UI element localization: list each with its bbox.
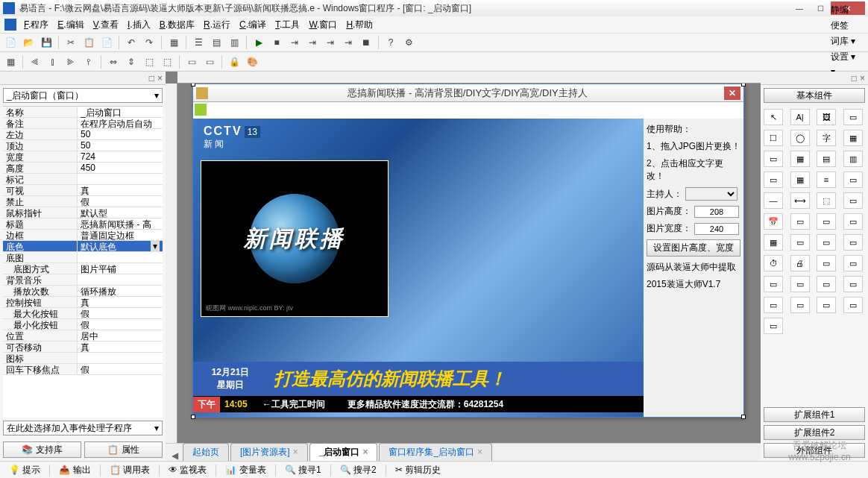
document-tab[interactable]: 起始页	[183, 443, 229, 461]
property-row[interactable]: 名称_启动窗口	[3, 107, 163, 118]
menu-item[interactable]: R.运行	[199, 18, 235, 31]
bottom-tab[interactable]: 📊 变量表	[221, 462, 270, 478]
size2-icon[interactable]: ⬚	[160, 54, 174, 69]
ext-component-button[interactable]: 扩展组件1	[764, 407, 865, 422]
component-item[interactable]: ▭	[764, 172, 783, 188]
object-combo[interactable]: _启动窗口（窗口）▾	[3, 88, 163, 103]
property-row[interactable]: 回车下移焦点假	[3, 364, 163, 375]
component-item[interactable]: ▭	[790, 276, 810, 292]
align-left-icon[interactable]: ⫷	[28, 54, 43, 69]
step3-icon[interactable]: ⇥	[323, 35, 338, 50]
tab-nav-prev[interactable]: ◀	[172, 450, 178, 461]
menu-right-item[interactable]: 设置 ▾	[825, 49, 864, 65]
property-row[interactable]: 标题恶搞新闻联播 - 高	[3, 218, 163, 230]
step-icon[interactable]: ⇥	[287, 35, 302, 50]
bottom-tab[interactable]: 🔍 搜寻2	[336, 462, 381, 478]
document-tab[interactable]: _启动窗口×	[309, 443, 378, 461]
document-tab[interactable]: [图片资源表]×	[230, 443, 308, 461]
component-item[interactable]: A|	[790, 109, 810, 125]
property-row[interactable]: 控制按钮真	[3, 297, 163, 308]
panel-pin-icon[interactable]: □	[852, 73, 857, 84]
size-icon[interactable]: ⬚	[142, 54, 157, 69]
align-center-icon[interactable]: ⫿	[45, 54, 60, 69]
background-image[interactable]: CCTV 13 新 闻 新闻联播 昵图网 www.nipic.com BY: j…	[193, 119, 644, 417]
cut-icon[interactable]: ✂	[63, 35, 78, 50]
component-item[interactable]: ⬚	[817, 192, 836, 209]
property-row[interactable]: 可否移动真	[3, 342, 163, 353]
menu-item[interactable]: C.编译	[235, 18, 271, 31]
layout1-icon[interactable]: ☰	[191, 35, 206, 50]
menu-item[interactable]: T.工具	[271, 18, 304, 31]
menu-item[interactable]: B.数据库	[155, 18, 199, 31]
step4-icon[interactable]: ⇥	[341, 35, 356, 50]
component-item[interactable]: ▭	[764, 276, 783, 292]
bottom-tab[interactable]: 🔍 搜寻1	[280, 462, 326, 478]
component-item[interactable]: ▭	[817, 255, 836, 271]
property-row[interactable]: 左边50	[3, 129, 163, 140]
menu-item[interactable]: V.查看	[89, 18, 123, 31]
bottom-tab[interactable]: 👁 监视表	[164, 462, 211, 478]
event-combo[interactable]: 在此处选择加入事件处理子程序▾	[3, 421, 163, 435]
run-icon[interactable]: ▶	[251, 35, 266, 50]
component-item[interactable]: ▭	[790, 234, 810, 251]
property-row[interactable]: 标记	[3, 174, 163, 185]
property-row[interactable]: 底图	[3, 252, 163, 263]
component-item[interactable]: ▭	[817, 297, 836, 313]
back-icon[interactable]: ▭	[202, 54, 217, 69]
component-item[interactable]: ▦	[764, 234, 783, 251]
color-icon[interactable]: 🎨	[245, 54, 260, 69]
grid-icon[interactable]: ▦	[3, 54, 18, 69]
img-width-input[interactable]	[694, 223, 739, 235]
property-row[interactable]: 高度450	[3, 163, 163, 174]
property-row[interactable]: 底图方式图片平铺	[3, 263, 163, 274]
property-row[interactable]: 禁止假	[3, 196, 163, 207]
component-item[interactable]: 📅	[764, 213, 783, 230]
property-row[interactable]: 播放次数循环播放	[3, 286, 163, 297]
component-item[interactable]: ▭	[817, 213, 836, 230]
help-icon[interactable]: ?	[383, 35, 398, 50]
menu-item[interactable]: H.帮助	[342, 18, 377, 31]
component-item[interactable]: ▭	[817, 234, 836, 251]
component-item[interactable]: 🖼	[817, 109, 836, 125]
tab-close-icon[interactable]: ×	[362, 447, 368, 457]
align-right-icon[interactable]: ⫸	[63, 54, 78, 69]
property-row[interactable]: 图标	[3, 353, 163, 364]
property-tab[interactable]: 📋 属性	[84, 441, 163, 458]
copy-icon[interactable]: 📋	[81, 35, 96, 50]
panel-pin-icon[interactable]: □	[149, 73, 154, 84]
menu-item[interactable]: I.插入	[123, 18, 155, 31]
component-item[interactable]: ▤	[817, 151, 836, 167]
component-item[interactable]: ▭	[817, 276, 836, 292]
panel-close-icon[interactable]: ×	[157, 73, 163, 84]
resize-handle[interactable]	[741, 415, 746, 419]
property-row[interactable]: 备注在程序启动后自动	[3, 118, 163, 129]
undo-icon[interactable]: ↶	[124, 35, 139, 50]
property-grid[interactable]: 名称_启动窗口备注在程序启动后自动左边50顶边50宽度724高度450标记可视真…	[3, 106, 163, 418]
menu-item[interactable]: F.程序	[19, 18, 53, 31]
front-icon[interactable]: ▭	[184, 54, 199, 69]
news-image-box[interactable]: 新闻联播 昵图网 www.nipic.com BY: jtv	[201, 160, 389, 317]
lock-icon[interactable]: 🔒	[227, 54, 242, 69]
set-size-button[interactable]: 设置图片高度、宽度	[647, 239, 740, 257]
component-item[interactable]: ≡	[817, 172, 836, 188]
property-row[interactable]: 背景音乐	[3, 274, 163, 286]
component-item[interactable]: ▦	[790, 151, 810, 167]
save-icon[interactable]: 💾	[39, 35, 54, 50]
pause-icon[interactable]: ■	[269, 35, 284, 50]
component-item[interactable]: ▭	[764, 297, 783, 313]
resize-handle[interactable]	[191, 415, 195, 419]
panel-close-icon[interactable]: ×	[860, 73, 865, 84]
paste-icon[interactable]: 📄	[99, 35, 114, 50]
ext-component-button[interactable]: 扩展组件2	[764, 425, 865, 440]
component-item[interactable]: ▭	[843, 297, 863, 313]
align-top-icon[interactable]: ⫯	[81, 54, 96, 69]
component-item[interactable]: ⟷	[790, 192, 810, 209]
bottom-tab[interactable]: 📤 输出	[54, 462, 95, 478]
bottom-tab[interactable]: 📋 调用表	[105, 462, 154, 478]
property-row[interactable]: 宽度724	[3, 151, 163, 163]
component-item[interactable]: 字	[817, 130, 836, 146]
open-icon[interactable]: 📂	[21, 35, 36, 50]
img-height-input[interactable]	[694, 206, 739, 218]
tab-close-icon[interactable]: ×	[477, 447, 482, 457]
menu-right-item[interactable]: 便签	[825, 18, 864, 34]
